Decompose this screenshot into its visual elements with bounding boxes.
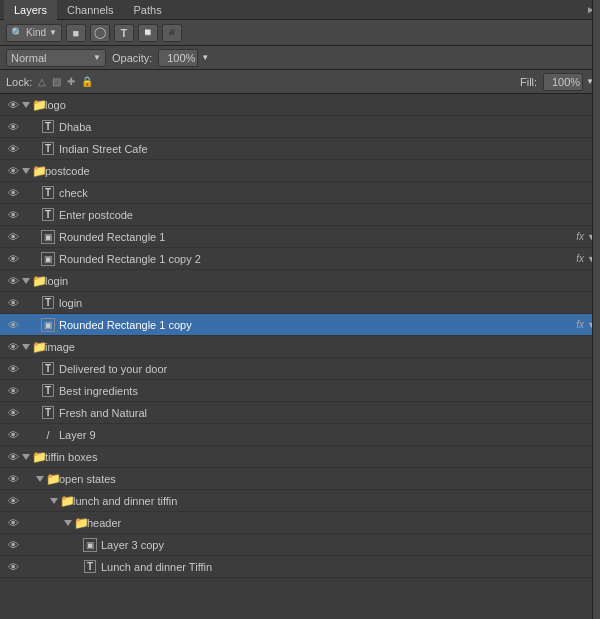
layer-content: T Dhaba [26, 119, 596, 135]
blend-mode-select[interactable]: Normal ▼ [6, 49, 106, 67]
layer-name: Indian Street Cafe [59, 143, 148, 155]
fx-badge: fx [576, 253, 584, 264]
layer-row[interactable]: 👁 📁 lunch and dinner tiffin [0, 490, 600, 512]
layer-row[interactable]: 👁 ▣ Rounded Rectangle 1 copy 2 fx ▼ [0, 248, 600, 270]
dropdown-arrow: ▼ [49, 28, 57, 37]
layer-content: T login [26, 295, 596, 311]
filter-adjustments-icon[interactable]: ◯ [90, 24, 110, 42]
layer-name: lunch and dinner tiffin [73, 495, 177, 507]
layer-row[interactable]: 👁 T Fresh and Natural [0, 402, 600, 424]
layer-name: open states [59, 473, 116, 485]
tab-paths[interactable]: Paths [124, 0, 172, 20]
layer-content: ▣ Rounded Rectangle 1 fx ▼ [26, 229, 596, 245]
layer-type-icon: ▣ [82, 537, 98, 553]
layer-content: 📁 header [26, 515, 596, 531]
layer-type-icon: 📁 [54, 493, 70, 509]
filter-type-icon[interactable]: T [114, 24, 134, 42]
layer-type-icon: T [40, 361, 56, 377]
fill-control: ▼ [543, 73, 594, 91]
layer-row[interactable]: 👁 📁 postcode [0, 160, 600, 182]
layer-content: T Delivered to your door [26, 361, 596, 377]
layer-name: Rounded Rectangle 1 copy [59, 319, 192, 331]
layer-row[interactable]: 👁 T Indian Street Cafe [0, 138, 600, 160]
layer-row[interactable]: 👁 ▣ Rounded Rectangle 1 fx ▼ [0, 226, 600, 248]
layer-visibility-toggle[interactable]: 👁 [0, 209, 26, 221]
layer-visibility-toggle[interactable]: 👁 [0, 253, 26, 265]
layer-row[interactable]: 👁 T Dhaba [0, 116, 600, 138]
layer-content: 📁 login [26, 273, 596, 289]
layer-type-icon: 📁 [26, 97, 42, 113]
filter-shape-icon[interactable]: ◽ [138, 24, 158, 42]
layer-row[interactable]: 👁 📁 logo [0, 94, 600, 116]
layer-visibility-toggle[interactable]: 👁 [0, 143, 26, 155]
layer-visibility-toggle[interactable]: 👁 [0, 319, 26, 331]
layer-visibility-toggle[interactable]: 👁 [0, 495, 26, 507]
layer-content: T Indian Street Cafe [26, 141, 596, 157]
layer-visibility-toggle[interactable]: 👁 [0, 517, 26, 529]
layer-row[interactable]: 👁 ▣ Layer 3 copy [0, 534, 600, 556]
layer-row[interactable]: 👁 ▣ Rounded Rectangle 1 copy fx ▼ [0, 314, 600, 336]
layer-type-icon: T [40, 405, 56, 421]
layer-content: ▣ Layer 3 copy [26, 537, 596, 553]
layer-type-icon: T [82, 559, 98, 575]
layer-name: Layer 9 [59, 429, 96, 441]
opacity-input[interactable] [158, 49, 198, 67]
lock-image-icon[interactable]: ▧ [52, 76, 61, 87]
layer-row[interactable]: 👁 📁 tiffin boxes [0, 446, 600, 468]
layer-visibility-toggle[interactable]: 👁 [0, 297, 26, 309]
filter-smart-icon[interactable]: ◾ [162, 24, 182, 42]
layer-visibility-toggle[interactable]: 👁 [0, 231, 26, 243]
layer-name: Enter postcode [59, 209, 133, 221]
tab-bar: Layers Channels Paths ► [0, 0, 600, 20]
layer-visibility-toggle[interactable]: 👁 [0, 429, 26, 441]
layer-name: postcode [45, 165, 90, 177]
layer-content: 📁 logo [26, 97, 596, 113]
filter-pixel-icon[interactable]: ■ [66, 24, 86, 42]
layer-row[interactable]: 👁 T Enter postcode [0, 204, 600, 226]
layer-type-icon: / [40, 427, 56, 443]
layer-visibility-toggle[interactable]: 👁 [0, 187, 26, 199]
layer-type-icon: T [40, 383, 56, 399]
lock-row: Lock: △ ▧ ✚ 🔒 Fill: ▼ [0, 70, 600, 94]
layer-type-icon: 📁 [26, 449, 42, 465]
layer-visibility-toggle[interactable]: 👁 [0, 473, 26, 485]
layer-type-icon: 📁 [68, 515, 84, 531]
layer-row[interactable]: 👁 T check [0, 182, 600, 204]
filter-kind-select[interactable]: 🔍 Kind ▼ [6, 24, 62, 42]
layer-visibility-toggle[interactable]: 👁 [0, 407, 26, 419]
tab-channels[interactable]: Channels [57, 0, 123, 20]
layer-row[interactable]: 👁 T Lunch and dinner Tiffin [0, 556, 600, 578]
layer-visibility-toggle[interactable]: 👁 [0, 385, 26, 397]
layer-type-icon: T [40, 207, 56, 223]
layer-row[interactable]: 👁 📁 open states [0, 468, 600, 490]
blend-mode-row: Normal ▼ Opacity: ▼ [0, 46, 600, 70]
layer-name: Rounded Rectangle 1 copy 2 [59, 253, 201, 265]
layer-name: login [45, 275, 68, 287]
layer-name: Fresh and Natural [59, 407, 147, 419]
tab-layers[interactable]: Layers [4, 0, 57, 20]
lock-position-icon[interactable]: ✚ [67, 76, 75, 87]
layer-visibility-toggle[interactable]: 👁 [0, 363, 26, 375]
layer-content: T Enter postcode [26, 207, 596, 223]
layer-row[interactable]: 👁 T Best ingredients [0, 380, 600, 402]
layer-name: Lunch and dinner Tiffin [101, 561, 212, 573]
layer-name: Delivered to your door [59, 363, 167, 375]
layer-row[interactable]: 👁 / Layer 9 [0, 424, 600, 446]
layer-row[interactable]: 👁 📁 image [0, 336, 600, 358]
layer-row[interactable]: 👁 📁 login [0, 270, 600, 292]
layer-name: Best ingredients [59, 385, 138, 397]
layer-visibility-toggle[interactable]: 👁 [0, 121, 26, 133]
blend-mode-arrow: ▼ [93, 53, 101, 62]
layer-visibility-toggle[interactable]: 👁 [0, 561, 26, 573]
layer-visibility-toggle[interactable]: 👁 [0, 539, 26, 551]
layer-name: Rounded Rectangle 1 [59, 231, 165, 243]
fx-badge: fx [576, 231, 584, 242]
layer-type-icon: T [40, 141, 56, 157]
lock-transparent-icon[interactable]: △ [38, 76, 46, 87]
layer-row[interactable]: 👁 T login [0, 292, 600, 314]
fill-input[interactable] [543, 73, 583, 91]
layer-row[interactable]: 👁 T Delivered to your door [0, 358, 600, 380]
lock-all-icon[interactable]: 🔒 [81, 76, 93, 87]
layer-row[interactable]: 👁 📁 header [0, 512, 600, 534]
layer-name: login [59, 297, 82, 309]
